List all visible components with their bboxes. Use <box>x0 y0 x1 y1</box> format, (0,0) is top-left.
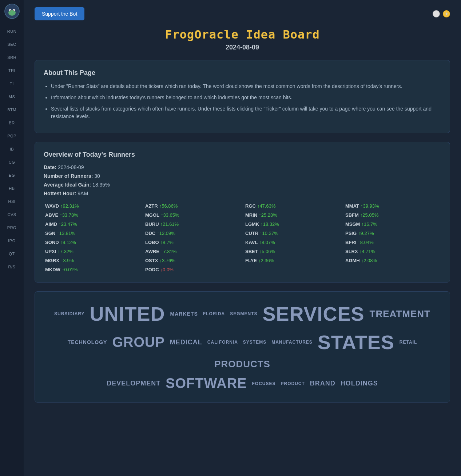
word-cloud-row: SUBSIDIARYUNITEDMARKETSFLORIDASEGMENTSSE… <box>54 303 430 325</box>
runner-gain: ↑10.27% <box>260 231 278 236</box>
runner-item: MSGM↑16.7% <box>344 220 441 228</box>
sidebar-item-hsi[interactable]: HSI <box>7 195 16 208</box>
runner-ticker: WAVD <box>45 203 59 209</box>
runner-item: BURU↑21.61% <box>144 220 241 228</box>
runner-item: PODC↓0.0% <box>144 266 241 273</box>
runner-item: AIMD↑23.47% <box>44 220 141 228</box>
runner-item: UPXI↑7.32% <box>44 248 141 255</box>
runner-ticker: MKDW <box>45 267 60 272</box>
word-cloud-word: SUBSIDIARY <box>54 311 85 316</box>
sidebar-item-br[interactable]: BR <box>7 116 16 129</box>
sidebar-item-eg[interactable]: EG <box>7 169 16 182</box>
sidebar-item-hb[interactable]: HB <box>7 182 16 195</box>
sidebar-item-cvs[interactable]: CVS <box>7 208 16 221</box>
runner-item: MRIN↑25.28% <box>244 211 341 219</box>
runner-item: SGN↑13.81% <box>44 229 141 237</box>
runner-ticker: AGMH <box>345 258 360 263</box>
runner-item: AGMH↑2.08% <box>344 257 441 264</box>
sidebar-item-ipo[interactable]: IPO <box>7 234 16 247</box>
gain-value: 18.35% <box>92 182 110 188</box>
sidebar-item-cg[interactable]: CG <box>7 156 16 169</box>
runner-gain: ↑16.7% <box>361 221 377 227</box>
runner-item: MMAT↑39.93% <box>344 202 441 210</box>
word-cloud-row: DEVELOPMENTSOFTWAREFOCUSESPRODUCTBRANDHO… <box>107 376 378 391</box>
runner-gain: ↑0.01% <box>62 267 78 272</box>
sidebar-item-r/s[interactable]: R/S <box>7 260 16 273</box>
sidebar-item-ti[interactable]: TI <box>7 77 16 90</box>
sidebar-item-sec[interactable]: SEC <box>7 38 16 51</box>
date-label: Date: <box>44 164 56 170</box>
support-button[interactable]: Support the Bot <box>35 7 84 20</box>
runner-ticker: OSTX <box>145 258 158 263</box>
word-cloud-word: GROUP <box>112 335 164 350</box>
page-title: FrogOracle Idea Board <box>35 28 450 41</box>
word-cloud-word: SERVICES <box>262 303 364 325</box>
runner-gain: ↑33.78% <box>60 212 78 218</box>
runner-item: WAVD↑92.31% <box>44 202 141 210</box>
word-cloud-word: SYSTEMS <box>243 340 266 345</box>
runner-gain: ↑3.9% <box>61 258 74 263</box>
sidebar-item-btm[interactable]: BTM <box>7 103 16 116</box>
runner-ticker: PSIG <box>345 231 357 236</box>
word-cloud-word: DEVELOPMENT <box>107 380 160 387</box>
runner-gain: ↑18.32% <box>261 221 279 227</box>
about-list-item: Several lists of stocks from categories … <box>51 105 441 120</box>
word-cloud-word: STATES <box>318 331 394 353</box>
gain-row: Average Ideal Gain: 18.35% <box>44 182 441 188</box>
runner-item: FLYE↑2.36% <box>244 257 341 264</box>
sidebar-item-tri[interactable]: TRI <box>7 64 16 77</box>
word-cloud-word: MANUFACTURES <box>271 340 313 345</box>
word-cloud-word: PRODUCT <box>281 381 305 386</box>
word-cloud-word: SEGMENTS <box>230 311 257 316</box>
runner-ticker: BURU <box>145 221 159 227</box>
word-cloud-word: TREATMENT <box>370 308 430 320</box>
hour-label: Hottest Hour: <box>44 191 76 196</box>
runner-item: OSTX↑3.76% <box>144 257 241 264</box>
runner-ticker: LGMK <box>245 221 259 227</box>
runner-ticker: KAVL <box>245 240 258 245</box>
runner-gain: ↑39.93% <box>361 203 379 209</box>
sidebar-item-pop[interactable]: POP <box>7 129 16 143</box>
runner-ticker: SBFM <box>345 212 359 218</box>
word-cloud-word: HOLDINGS <box>341 380 378 387</box>
runner-item: PSIG↑9.27% <box>344 229 441 237</box>
page-date: 2024-08-09 <box>35 44 450 51</box>
runner-ticker: MMAT <box>345 203 359 209</box>
runner-gain: ↑21.61% <box>160 221 179 227</box>
runner-ticker: DDC <box>145 231 155 236</box>
runner-ticker: MGOL <box>145 212 159 218</box>
about-card: About This Page Under "Runner Stats" are… <box>35 60 450 133</box>
sidebar-item-run[interactable]: RUN <box>7 25 16 38</box>
sidebar-item-srh[interactable]: SRH <box>7 51 16 64</box>
runner-gain: ↑9.12% <box>60 240 76 245</box>
word-cloud-word: UNITED <box>90 303 165 325</box>
runner-ticker: FLYE <box>245 258 257 263</box>
gain-label: Average Ideal Gain: <box>44 182 91 188</box>
sidebar-item-ms[interactable]: MS <box>7 90 16 103</box>
sidebar: RUNSECSRHTRITIMSBTMBRPOPIBCGEGHBHSICVSPR… <box>0 0 24 476</box>
runner-gain: ↑47.63% <box>257 203 276 209</box>
runner-gain: ↑9.27% <box>358 231 374 236</box>
sidebar-item-ib[interactable]: IB <box>7 143 16 156</box>
word-cloud-word: BRAND <box>310 380 335 387</box>
runner-ticker: LOBO <box>145 240 159 245</box>
runner-ticker: MSGM <box>345 221 360 227</box>
date-value: 2024-08-09 <box>58 164 84 170</box>
runner-item: CUTR↑10.27% <box>244 229 341 237</box>
runner-item: RGC↑47.63% <box>244 202 341 210</box>
runner-gain: ↑5.06% <box>259 249 275 254</box>
runners-grid: WAVD↑92.31%AZTR↑56.86%RGC↑47.63%MMAT↑39.… <box>44 202 441 273</box>
runner-ticker: SBET <box>245 249 258 254</box>
sidebar-item-qt[interactable]: QT <box>7 247 16 260</box>
runner-item: AWRE↑7.31% <box>144 248 241 255</box>
light-theme-toggle[interactable] <box>433 10 440 17</box>
runner-ticker: AZTR <box>145 203 158 209</box>
runner-gain: ↑2.36% <box>258 258 274 263</box>
hour-value: 9AM <box>78 191 88 196</box>
word-cloud-row: TECHNOLOGYGROUPMEDICALCALIFORNIASYSTEMSM… <box>42 331 442 370</box>
runner-ticker: UPXI <box>45 249 56 254</box>
runner-item: BFRI↑8.04% <box>344 239 441 246</box>
sidebar-item-pro[interactable]: PRO <box>7 221 16 234</box>
runner-gain: ↑23.47% <box>59 221 77 227</box>
dark-theme-toggle[interactable]: ✦ <box>443 10 450 17</box>
